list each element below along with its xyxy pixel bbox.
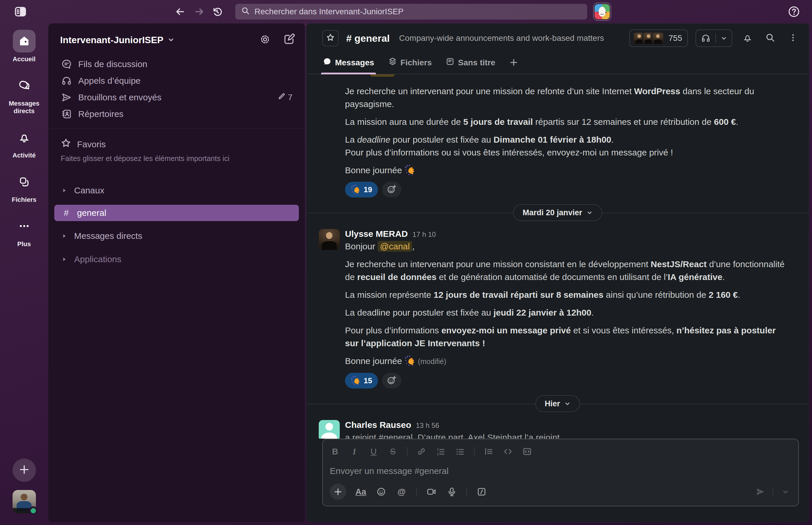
history-button[interactable] bbox=[209, 4, 225, 19]
help-button[interactable] bbox=[786, 4, 801, 19]
sidebar-section-canaux[interactable]: Canaux bbox=[54, 181, 299, 199]
attach-button[interactable] bbox=[330, 484, 346, 500]
date-divider: Hier bbox=[306, 392, 809, 415]
bold-button[interactable]: B bbox=[330, 445, 340, 458]
message-author-avatar[interactable] bbox=[319, 420, 340, 439]
nav-rail-item-fichiers[interactable]: Fichiers bbox=[2, 170, 46, 204]
new-message-button[interactable] bbox=[281, 32, 296, 47]
user-profile-button[interactable] bbox=[13, 490, 36, 513]
caret-right-icon bbox=[61, 254, 67, 264]
composer-actions: Aa @ bbox=[330, 482, 791, 501]
channel-more-button[interactable] bbox=[785, 31, 801, 46]
message-row[interactable]: Charles Rauseo13 h 56a rejoint #general.… bbox=[306, 417, 809, 439]
sidebar-item-repertoires[interactable]: Répertoires bbox=[54, 106, 299, 122]
history-forward-button[interactable] bbox=[191, 4, 207, 19]
blockquote-button[interactable] bbox=[483, 445, 494, 458]
pencil-icon bbox=[278, 92, 286, 102]
toolbar-divider bbox=[416, 487, 417, 496]
message-author[interactable]: Charles Rauseo bbox=[345, 420, 411, 430]
message-body: Ulysse MERAD17 h 10Bonjour @canal,Je rec… bbox=[345, 229, 788, 389]
date-divider-pill[interactable]: Hier bbox=[535, 395, 580, 412]
channel-notifications-button[interactable] bbox=[740, 31, 755, 46]
sidebar-channel-general[interactable]: # general bbox=[54, 205, 299, 221]
channel-view: # general Company-wide announcements and… bbox=[306, 23, 809, 522]
create-new-button[interactable] bbox=[13, 459, 36, 482]
shortcuts-button[interactable] bbox=[476, 485, 488, 499]
message-timestamp[interactable]: 13 h 56 bbox=[416, 421, 439, 430]
message-header: Ulysse MERAD17 h 10 bbox=[345, 229, 788, 239]
send-button[interactable] bbox=[754, 485, 766, 499]
channel-search-button[interactable] bbox=[763, 31, 778, 46]
show-formatting-button[interactable]: Aa bbox=[355, 485, 367, 499]
channel-star-button[interactable] bbox=[322, 30, 338, 46]
add-reaction-button[interactable] bbox=[382, 182, 401, 197]
reaction-pill[interactable]: 15 bbox=[345, 373, 378, 389]
nav-rail-item-accueil[interactable]: Accueil bbox=[2, 30, 46, 63]
nav-rail-item-messages-directs[interactable]: Messages directs bbox=[2, 74, 46, 115]
sidebar-item-appels[interactable]: Appels d’équipe bbox=[54, 72, 299, 89]
add-reaction-icon bbox=[387, 375, 397, 386]
message-author[interactable]: Ulysse MERAD bbox=[345, 229, 408, 239]
sidebar-item-brouillons[interactable]: Brouillons et envoyés 7 bbox=[54, 89, 299, 106]
message-paragraph: Pour plus d’informations envoyez-moi un … bbox=[345, 324, 788, 350]
nav-rail-item-activite[interactable]: Activité bbox=[2, 126, 46, 159]
message-body: Je recherche un intervenant pour une mis… bbox=[345, 85, 788, 197]
preferences-button[interactable] bbox=[258, 32, 273, 47]
clipped-mention-remnant bbox=[370, 74, 395, 77]
tab-sans-titre[interactable]: Sans titre bbox=[446, 57, 495, 74]
reaction-pill[interactable]: 19 bbox=[345, 182, 378, 197]
channel-tabs: Messages Fichiers Sans titre bbox=[306, 53, 809, 74]
message-row[interactable]: Ulysse MERAD17 h 10Bonjour @canal,Je rec… bbox=[306, 226, 809, 390]
members-count: 755 bbox=[668, 33, 682, 43]
bullet-list-button[interactable] bbox=[455, 445, 465, 458]
message-input[interactable]: Envoyer un message #general bbox=[330, 460, 791, 482]
workspace-name: Intervenant-JuniorISEP bbox=[60, 35, 163, 45]
channel-members-button[interactable]: 755 bbox=[629, 29, 688, 47]
message-paragraph: La deadline pour postuler est fixée au j… bbox=[345, 306, 788, 319]
channel-mention[interactable]: @canal bbox=[378, 241, 412, 252]
nav-rail-item-plus[interactable]: Plus bbox=[2, 215, 46, 248]
code-block-button[interactable] bbox=[522, 445, 532, 458]
ordered-list-button[interactable]: 12 bbox=[435, 445, 446, 458]
sidebar-section-applications[interactable]: Applications bbox=[54, 250, 299, 268]
search-input[interactable]: Rechercher dans Intervenant-JuniorISEP bbox=[235, 4, 587, 19]
message-paragraph: La mission aura une durée de 5 jours de … bbox=[345, 116, 788, 128]
workspace-switcher-button[interactable] bbox=[593, 3, 611, 21]
emoji-button[interactable] bbox=[375, 485, 387, 499]
message-paragraph: La mission représente 12 jours de travai… bbox=[345, 288, 788, 301]
message-row[interactable]: Je recherche un intervenant pour une mis… bbox=[306, 82, 809, 199]
underline-button[interactable]: U bbox=[368, 445, 379, 458]
kebab-icon bbox=[788, 33, 798, 43]
composer-placeholder: Envoyer un message #general bbox=[330, 466, 449, 476]
message-timestamp[interactable]: 17 h 10 bbox=[412, 230, 436, 239]
video-clip-button[interactable] bbox=[425, 485, 437, 499]
huddle-button[interactable] bbox=[696, 29, 732, 47]
huddle-options-chevron[interactable] bbox=[716, 35, 732, 41]
section-label: Canaux bbox=[74, 185, 104, 195]
code-button[interactable] bbox=[503, 445, 513, 458]
audio-clip-button[interactable] bbox=[446, 485, 458, 499]
message-composer[interactable]: B I U S 12 Envoyer un messa bbox=[322, 439, 799, 506]
add-reaction-button[interactable] bbox=[382, 373, 401, 389]
message-author-avatar[interactable] bbox=[319, 229, 340, 250]
link-button[interactable] bbox=[416, 445, 427, 458]
date-divider-pill[interactable]: Mardi 20 janvier bbox=[513, 204, 602, 221]
strikethrough-button[interactable]: S bbox=[388, 445, 398, 458]
mention-button[interactable]: @ bbox=[396, 485, 407, 499]
add-tab-button[interactable] bbox=[509, 58, 518, 74]
history-back-button[interactable] bbox=[173, 4, 188, 19]
sidebar-toggle-button[interactable] bbox=[13, 4, 28, 19]
send-options-chevron[interactable] bbox=[780, 485, 791, 499]
channel-topic[interactable]: Company-wide announcements and work-base… bbox=[399, 33, 623, 43]
sidebar-section-messages-directs[interactable]: Messages directs bbox=[54, 227, 299, 245]
edited-label: (modifié) bbox=[418, 357, 446, 365]
italic-button[interactable]: I bbox=[349, 445, 360, 458]
toolbar-divider bbox=[407, 447, 407, 456]
channel-name[interactable]: # general bbox=[346, 33, 390, 44]
sidebar-item-threads[interactable]: Fils de discussion bbox=[54, 56, 299, 72]
tab-messages[interactable]: Messages bbox=[323, 57, 374, 74]
message-body: Charles Rauseo13 h 56a rejoint #general.… bbox=[345, 420, 788, 439]
tab-fichiers[interactable]: Fichiers bbox=[388, 57, 432, 74]
sidebar-favorites[interactable]: Favoris bbox=[48, 136, 305, 152]
workspace-name-button[interactable]: Intervenant-JuniorISEP bbox=[60, 35, 175, 45]
